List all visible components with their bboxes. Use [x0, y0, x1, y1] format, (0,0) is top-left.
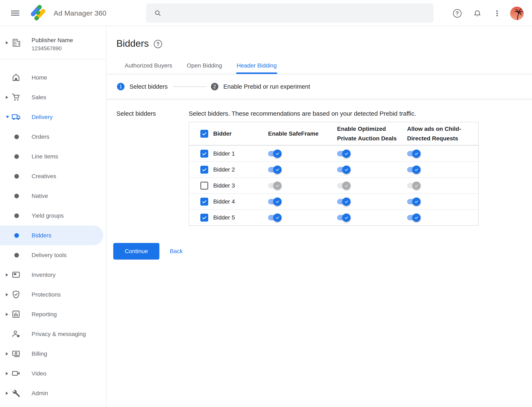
sidebar-item-label: Orders — [32, 133, 49, 140]
table-row: Bidder 2 — [189, 161, 478, 177]
table-header-row: BidderEnable SafeFrameEnable Optimized P… — [189, 122, 478, 145]
bullet-icon — [14, 194, 19, 198]
toggle-enable-safeframe[interactable] — [268, 165, 282, 174]
bidders-table: BidderEnable SafeFrameEnable Optimized P… — [189, 122, 479, 226]
avatar[interactable] — [510, 7, 524, 20]
cart-icon — [11, 92, 21, 102]
toggle-enable-safeframe[interactable] — [268, 149, 282, 158]
wrench-icon — [11, 388, 21, 398]
sidebar-item-inventory[interactable]: Inventory — [0, 265, 106, 285]
toggle-enable-safeframe[interactable] — [268, 213, 282, 222]
sidebar-item-label: Native — [32, 193, 48, 199]
toggle-allow-ads-child-directed[interactable] — [407, 165, 421, 174]
building-icon — [11, 38, 21, 48]
bidder-name: Bidder 3 — [213, 182, 235, 189]
sidebar-item-bidders[interactable]: Bidders — [0, 226, 106, 245]
app-bar: Ad Manager 360 ? — [0, 0, 532, 26]
sidebar-item-label: Bidders — [32, 232, 51, 239]
more-vert-icon[interactable] — [492, 9, 502, 18]
sidebar-item-label: Inventory — [32, 272, 56, 278]
tab-authorized-buyers[interactable]: Authorized Buyers — [125, 62, 172, 74]
tab-open-bidding[interactable]: Open Bidding — [187, 62, 222, 74]
truck-icon — [11, 112, 21, 122]
search-icon — [154, 9, 161, 17]
sidebar-item-reporting[interactable]: Reporting — [0, 305, 106, 324]
sidebar-item-billing[interactable]: Billing — [0, 344, 106, 364]
toggle-enable-optimized-private-auction-deals[interactable] — [337, 213, 351, 222]
bullet-icon — [14, 213, 19, 218]
sidebar-item-label: Creatives — [32, 173, 56, 180]
sidebar-item-label: Delivery — [32, 114, 53, 120]
row-checkbox[interactable] — [200, 198, 208, 206]
table-row: Bidder 5 — [189, 209, 478, 225]
select-all-checkbox[interactable] — [200, 130, 208, 138]
sidebar-item-label: Line items — [32, 153, 58, 160]
bullet-icon — [14, 154, 19, 159]
column-header-allow-ads-child-directed: Allow ads on Child-Directed Requests — [407, 124, 478, 143]
toggle-enable-safeframe[interactable] — [268, 197, 282, 206]
sidebar-item-privacy[interactable]: Privacy & messaging — [0, 324, 106, 344]
chevron-right-icon — [6, 96, 8, 99]
sidebar-item-label: Reporting — [32, 311, 57, 318]
toggle-enable-optimized-private-auction-deals[interactable] — [337, 197, 351, 206]
menu-icon[interactable] — [11, 11, 19, 16]
toggle-allow-ads-child-directed[interactable] — [407, 181, 421, 190]
chevron-right-icon — [6, 41, 8, 44]
continue-button[interactable]: Continue — [113, 243, 159, 259]
tab-bar: Authorized BuyersOpen BiddingHeader Bidd… — [125, 59, 277, 74]
ad-unit-icon — [11, 270, 21, 280]
sidebar-item-orders[interactable]: Orders — [0, 127, 106, 147]
sidebar-item-home[interactable]: Home — [0, 68, 106, 87]
sidebar-nav: HomeSalesDeliveryOrdersLine itemsCreativ… — [0, 60, 106, 407]
table-row: Bidder 4 — [189, 193, 478, 209]
publisher-selector[interactable]: Publisher Name 1234567890 — [0, 26, 106, 59]
row-checkbox[interactable] — [200, 166, 208, 174]
sidebar-item-video[interactable]: Video — [0, 364, 106, 383]
sidebar-item-native[interactable]: Native — [0, 186, 106, 206]
stepper-connector — [173, 86, 206, 87]
toggle-allow-ads-child-directed[interactable] — [407, 149, 421, 158]
toggle-allow-ads-child-directed[interactable] — [407, 213, 421, 222]
sidebar-item-label: Video — [32, 370, 46, 377]
bullet-icon — [14, 174, 19, 179]
home-icon — [11, 73, 21, 82]
sidebar-item-sales[interactable]: Sales — [0, 87, 106, 107]
shield-check-icon — [11, 290, 21, 299]
back-link[interactable]: Back — [170, 243, 183, 259]
bar-chart-icon — [11, 309, 21, 319]
bullet-icon — [14, 134, 19, 139]
step-1-circle[interactable]: 1 — [117, 83, 124, 90]
sidebar: Publisher Name 1234567890 HomeSalesDeliv… — [0, 26, 106, 407]
sidebar-item-admin[interactable]: Admin — [0, 383, 106, 403]
sidebar-item-label: Sales — [32, 94, 46, 101]
page-help-icon[interactable]: ? — [154, 40, 162, 48]
tab-header-bidding[interactable]: Header Bidding — [236, 62, 277, 74]
sidebar-item-label: Protections — [32, 291, 61, 298]
table-description: Select bidders. These recommendations ar… — [189, 110, 416, 117]
search-input[interactable] — [167, 9, 434, 17]
column-header-bidder: Bidder — [213, 129, 239, 139]
notifications-icon[interactable] — [473, 9, 482, 18]
column-header-enable-optimized-private-auction-deals: Enable Optimized Private Auction Deals — [337, 124, 407, 143]
sidebar-item-yield-groups[interactable]: Yield groups — [0, 206, 106, 226]
sidebar-item-delivery-tools[interactable]: Delivery tools — [0, 245, 106, 265]
search-bar[interactable] — [146, 4, 434, 23]
main-content: Bidders ? Authorized BuyersOpen BiddingH… — [106, 26, 532, 407]
sidebar-item-protections[interactable]: Protections — [0, 285, 106, 305]
step-2-circle[interactable]: 2 — [211, 83, 218, 90]
bidder-name: Bidder 5 — [213, 214, 235, 221]
toggle-allow-ads-child-directed[interactable] — [407, 197, 421, 206]
sidebar-item-creatives[interactable]: Creatives — [0, 166, 106, 186]
row-checkbox[interactable] — [200, 214, 208, 222]
sidebar-item-line-items[interactable]: Line items — [0, 147, 106, 166]
toggle-enable-safeframe[interactable] — [268, 181, 282, 190]
toggle-enable-optimized-private-auction-deals[interactable] — [337, 181, 351, 190]
row-checkbox[interactable] — [200, 182, 208, 190]
toggle-enable-optimized-private-auction-deals[interactable] — [337, 165, 351, 174]
row-checkbox[interactable] — [200, 150, 208, 158]
toggle-enable-optimized-private-auction-deals[interactable] — [337, 149, 351, 158]
sidebar-item-delivery[interactable]: Delivery — [0, 107, 106, 127]
form-section-label: Select bidders — [116, 110, 156, 117]
help-icon[interactable]: ? — [453, 9, 462, 18]
table-row: Bidder 3 — [189, 177, 478, 193]
